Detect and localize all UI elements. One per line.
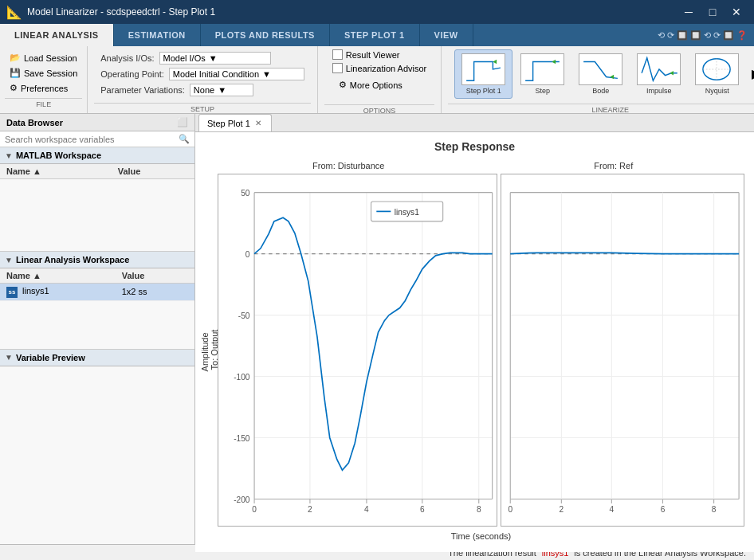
linear-value-column-header[interactable]: Value — [116, 268, 194, 284]
tab-linear-analysis[interactable]: LINEAR ANALYSIS — [0, 24, 114, 46]
impulse-button[interactable]: Impulse — [630, 50, 687, 98]
tab-plots-results[interactable]: PLOTS AND RESULTS — [201, 24, 330, 46]
linsys1-value: 1x2 ss — [116, 284, 194, 301]
svg-text:-200: -200 — [234, 495, 250, 504]
linear-sort-asc-icon: ▲ — [33, 271, 41, 280]
bode-button[interactable]: Bode — [572, 50, 629, 98]
step-plot-1-tab[interactable]: Step Plot 1 ✕ — [198, 114, 272, 131]
variable-preview-section: ▼ Variable Preview — [0, 350, 194, 545]
analysis-ios-row: Analysis I/Os: Model I/Os ▼ — [100, 52, 304, 65]
nyquist-preview — [695, 53, 739, 85]
minimize-button[interactable]: ─ — [677, 3, 700, 21]
variable-preview-header[interactable]: ▼ Variable Preview — [0, 350, 194, 366]
linear-analysis-workspace-header[interactable]: ▼ Linear Analysis Workspace — [0, 252, 194, 268]
linsys1-row[interactable]: ss linsys1 1x2 ss — [0, 284, 194, 301]
svg-text:8: 8 — [712, 505, 717, 514]
more-options-button[interactable]: ⚙ More Options — [332, 76, 427, 93]
linearize-more-dropdown[interactable]: ▶ — [747, 65, 754, 83]
matlab-workspace-section: ▼ MATLAB Workspace Name ▲ Value — [0, 147, 194, 252]
svg-rect-7 — [218, 174, 497, 526]
y-axis-label: Amplitude To: Output — [203, 159, 216, 544]
svg-text:0: 0 — [245, 250, 250, 259]
svg-text:2: 2 — [308, 505, 312, 514]
operating-point-row: Operating Point: Model Initial Condition… — [100, 68, 304, 80]
matlab-workspace-collapse-icon: ▼ — [5, 151, 13, 160]
linsys1-icon: ss — [6, 287, 18, 298]
svg-text:-100: -100 — [234, 373, 250, 382]
matlab-workspace-empty-area — [0, 179, 194, 251]
ribbon-tabs: LINEAR ANALYSIS ESTIMATION PLOTS AND RES… — [0, 24, 754, 46]
data-browser-expand-icon[interactable]: ⬜ — [177, 117, 188, 127]
svg-text:4: 4 — [364, 505, 369, 514]
svg-text:6: 6 — [420, 505, 425, 514]
charts-row: 50 0 -50 -100 -150 -200 — [216, 172, 746, 528]
parameter-variations-dropdown[interactable]: None ▼ — [190, 84, 253, 96]
tab-view[interactable]: VIEW — [420, 24, 473, 46]
main-content: Data Browser ⬜ 🔍 ▼ MATLAB Workspace Name… — [0, 114, 754, 544]
file-section-label: FILE — [5, 98, 82, 108]
nyquist-button[interactable]: Nyquist — [689, 50, 745, 98]
search-input[interactable] — [5, 135, 175, 144]
impulse-preview — [637, 53, 681, 85]
plot-buttons-row: Step Plot 1 Step — [448, 46, 754, 102]
dropdown-arrow-analysis: ▼ — [209, 53, 218, 63]
svg-marker-0 — [493, 59, 497, 64]
preferences-button[interactable]: ⚙ Preferences — [5, 81, 73, 95]
linearization-advisor-checkbox[interactable]: Linearization Advisor — [332, 63, 427, 73]
svg-marker-1 — [552, 59, 556, 64]
search-bar: 🔍 — [0, 131, 194, 147]
ref-chart-svg: 0 2 4 6 8 — [501, 174, 744, 526]
svg-marker-3 — [670, 70, 674, 75]
load-session-button[interactable]: 📂 Load Session — [5, 51, 82, 65]
bode-preview — [579, 53, 622, 85]
matlab-workspace-header[interactable]: ▼ MATLAB Workspace — [0, 147, 194, 164]
search-icon: 🔍 — [179, 134, 190, 144]
step-plot-1-button[interactable]: Step Plot 1 — [454, 49, 512, 99]
operating-point-dropdown[interactable]: Model Initial Condition ▼ — [169, 68, 304, 80]
tab-estimation[interactable]: ESTIMATION — [114, 24, 201, 46]
ribbon-content: 📂 Load Session 💾 Save Session ⚙ Preferen… — [0, 46, 754, 114]
svg-marker-2 — [611, 74, 615, 79]
linear-name-column-header[interactable]: Name ▲ — [0, 268, 116, 284]
ribbon-file-section: 📂 Load Session 💾 Save Session ⚙ Preferen… — [0, 46, 88, 113]
svg-text:4: 4 — [610, 505, 615, 514]
sort-asc-icon: ▲ — [33, 166, 41, 176]
sidebar: Data Browser ⬜ 🔍 ▼ MATLAB Workspace Name… — [0, 114, 195, 544]
ribbon-linearize-section: Step Plot 1 Step — [442, 46, 754, 113]
plot-title: Step Response — [203, 140, 746, 153]
linearization-advisor-check — [332, 63, 343, 73]
analysis-ios-dropdown[interactable]: Model I/Os ▼ — [159, 52, 271, 65]
close-step-plot-tab[interactable]: ✕ — [253, 118, 263, 128]
svg-text:-150: -150 — [234, 434, 250, 443]
x-axis-label: Time (seconds) — [216, 528, 746, 544]
tab-step-plot-1[interactable]: STEP PLOT 1 — [330, 24, 420, 46]
gear-icon: ⚙ — [339, 80, 347, 90]
result-viewer-checkbox[interactable]: Result Viewer — [332, 49, 427, 60]
save-icon: 💾 — [10, 68, 21, 78]
load-icon: 📂 — [10, 53, 21, 63]
matlab-value-column-header[interactable]: Value — [112, 164, 194, 179]
maximize-button[interactable]: □ — [701, 3, 724, 21]
app-icon: 📐 — [6, 5, 22, 20]
app-title: Model Linearizer - scdspeedctrl - Step P… — [27, 6, 215, 18]
title-bar: 📐 Model Linearizer - scdspeedctrl - Step… — [0, 0, 754, 24]
plot-tabs: Step Plot 1 ✕ — [195, 114, 754, 132]
dropdown-arrow-op: ▼ — [262, 69, 271, 79]
help-area[interactable]: ⟲ ⟳ 🔲 🔲 ⟲ ⟳ 🔲 ❓ — [651, 24, 754, 46]
close-button[interactable]: ✕ — [725, 3, 748, 21]
setup-section-label: SETUP — [94, 103, 311, 113]
matlab-name-column-header[interactable]: Name ▲ — [0, 164, 112, 179]
from-disturbance-label: From: Disturbance — [216, 159, 481, 172]
preferences-icon: ⚙ — [10, 83, 18, 93]
linearize-label: LINEARIZE — [448, 104, 754, 114]
svg-text:2: 2 — [560, 505, 564, 514]
svg-text:6: 6 — [661, 505, 666, 514]
svg-text:50: 50 — [241, 189, 250, 198]
step-button[interactable]: Step — [514, 50, 571, 98]
linear-workspace-empty-area — [0, 301, 194, 349]
ribbon-options-section: Result Viewer Linearization Advisor ⚙ Mo… — [318, 46, 442, 113]
save-session-button[interactable]: 💾 Save Session — [5, 66, 82, 80]
result-viewer-check — [332, 49, 343, 60]
from-ref-label: From: Ref — [481, 159, 747, 172]
plot-area: Step Plot 1 ✕ Step Response Amplitude To… — [195, 114, 754, 544]
